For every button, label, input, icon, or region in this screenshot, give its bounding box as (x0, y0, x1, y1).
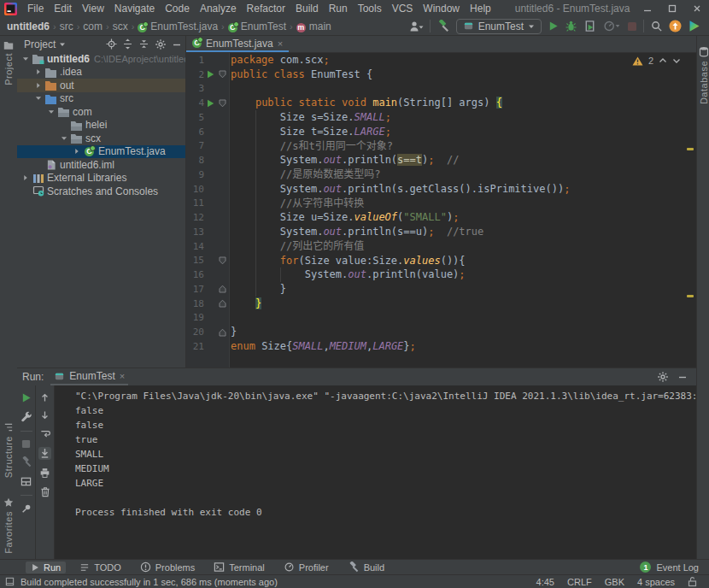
settings-gear-icon[interactable] (155, 38, 167, 50)
menu-analyze[interactable]: Analyze (195, 0, 242, 17)
toolwindow-profiler[interactable]: Profiler (278, 561, 334, 573)
caret-position[interactable]: 4:45 (536, 577, 554, 587)
menu-tools[interactable]: Tools (353, 0, 387, 17)
tool-stripe-database[interactable]: Database (697, 46, 709, 104)
menu-run[interactable]: Run (324, 0, 353, 17)
code-line[interactable]: } (231, 325, 696, 339)
down-stack-trace-button[interactable] (40, 410, 50, 420)
tree-row-scratches-and-consoles[interactable]: Scratches and Consoles (17, 185, 185, 198)
tree-arrow-icon[interactable] (33, 68, 44, 75)
breadcrumb-item[interactable]: CEnumTest.java (138, 21, 218, 32)
debug-button[interactable] (565, 20, 577, 32)
code-line[interactable]: Size u=Size.valueOf("SMALL"); (231, 210, 696, 225)
fold-end-icon[interactable] (217, 328, 227, 337)
prev-warning-icon[interactable] (659, 57, 667, 64)
fold-end-icon[interactable] (217, 299, 227, 308)
profiler-button[interactable] (602, 20, 621, 32)
code-line[interactable]: //s和t引用同一个对象? (231, 139, 696, 154)
code-line[interactable]: public class EnumTest { (231, 68, 696, 82)
tool-stripe-structure[interactable]: Structure (0, 422, 17, 478)
tree-row-helei[interactable]: helei (17, 119, 185, 132)
tree-arrow-icon[interactable] (46, 109, 56, 115)
tool-stripe-project[interactable]: Project (0, 40, 17, 85)
menu-edit[interactable]: Edit (49, 0, 77, 17)
code-line[interactable]: //从字符串中转换 (231, 197, 696, 211)
close-tab-icon[interactable]: × (120, 372, 125, 380)
tree-arrow-icon[interactable] (21, 56, 31, 62)
lock-icon[interactable] (688, 576, 697, 587)
menu-help[interactable]: Help (465, 0, 496, 17)
hide-panel-button[interactable] (677, 372, 688, 382)
coverage-button[interactable] (583, 20, 596, 32)
build-hammer-icon[interactable] (437, 20, 450, 33)
toolwindow-toggle-icon[interactable] (5, 577, 15, 586)
layout-settings-icon[interactable] (21, 476, 32, 487)
menu-file[interactable]: File (22, 0, 49, 17)
breadcrumb-item[interactable]: com (83, 21, 103, 32)
stop-button[interactable] (627, 21, 637, 32)
promo-icon[interactable] (688, 20, 700, 32)
code-line[interactable]: //是原始数据类型吗? (231, 168, 696, 182)
scrollbar-warning-mark[interactable] (687, 295, 694, 297)
fold-open-icon[interactable] (217, 99, 227, 108)
print-button[interactable] (39, 467, 50, 479)
locate-button[interactable] (106, 38, 117, 50)
run-line-icon[interactable] (204, 70, 217, 79)
code-line[interactable]: System.out.println(s.getClass().isPrimit… (231, 182, 696, 197)
code-line[interactable]: package com.scx; (231, 53, 696, 68)
run-button[interactable] (548, 21, 559, 32)
rerun-button[interactable] (21, 392, 32, 403)
expand-all-button[interactable] (122, 38, 133, 50)
toolwindow-run[interactable]: Run (26, 562, 66, 573)
code-line[interactable]: System.out.println(value); (231, 268, 696, 282)
breadcrumb-item[interactable]: src (60, 21, 73, 32)
close-button[interactable] (684, 0, 709, 17)
code-line[interactable]: enum Size{SMALL,MEDIUM,LARGE}; (231, 339, 696, 354)
indent-setting[interactable]: 4 spaces (637, 577, 675, 587)
tree-row-com[interactable]: com (17, 105, 185, 119)
code-line[interactable]: for(Size value:Size.values()){ (231, 254, 696, 268)
up-stack-trace-button[interactable] (40, 392, 50, 403)
tree-arrow-icon[interactable] (21, 174, 31, 181)
toolwindow-terminal[interactable]: Terminal (208, 561, 270, 573)
code-line[interactable]: } (231, 297, 696, 311)
toolwindow-todo[interactable]: TODO (74, 562, 126, 573)
code-line[interactable]: Size s=Size.SMALL; (231, 110, 696, 125)
menu-code[interactable]: Code (160, 0, 195, 17)
tree-row-untitled6-iml[interactable]: untitled6.iml (17, 158, 185, 172)
code-line[interactable]: } (231, 282, 696, 297)
minimize-button[interactable] (635, 0, 659, 17)
soft-wrap-button[interactable] (39, 428, 51, 439)
tree-arrow-icon[interactable] (72, 148, 82, 155)
tree-row--idea[interactable]: .idea (17, 66, 185, 79)
pin-tab-icon[interactable] (21, 503, 32, 514)
menu-refactor[interactable]: Refactor (242, 0, 290, 17)
update-icon[interactable] (669, 20, 682, 32)
code-line[interactable] (231, 311, 696, 326)
close-tab-icon[interactable]: × (278, 39, 283, 48)
project-title[interactable]: Project (24, 38, 56, 50)
run-line-icon[interactable] (204, 99, 217, 108)
collapse-all-button[interactable] (138, 38, 149, 50)
tree-row-enumtest-java[interactable]: CEnumTest.java (17, 145, 185, 159)
code-line[interactable]: Size t=Size.LARGE; (231, 125, 696, 139)
fold-open-icon[interactable] (217, 256, 227, 265)
run-config-select[interactable]: EnumTest (456, 19, 542, 34)
search-icon[interactable] (650, 20, 663, 32)
breadcrumb-item[interactable]: CEnumTest (228, 21, 286, 32)
maximize-button[interactable] (659, 0, 684, 17)
fold-open-icon[interactable] (217, 70, 227, 79)
line-separator[interactable]: CRLF (567, 577, 592, 587)
code-line[interactable] (231, 82, 696, 97)
tool-stripe-favorites[interactable]: Favorites (0, 497, 17, 554)
tree-row-scx[interactable]: scx (17, 132, 185, 145)
hide-panel-button[interactable] (172, 39, 182, 50)
tree-row-src[interactable]: src (17, 92, 185, 106)
code-line[interactable]: System.out.println(s==u); //true (231, 225, 696, 239)
clear-console-button[interactable] (40, 486, 50, 497)
tree-row-external-libraries[interactable]: External Libraries (17, 172, 185, 185)
tree-arrow-icon[interactable] (33, 95, 44, 102)
build-icon[interactable] (21, 456, 32, 468)
tree-arrow-icon[interactable] (33, 82, 44, 89)
edit-settings-button[interactable] (21, 411, 32, 423)
